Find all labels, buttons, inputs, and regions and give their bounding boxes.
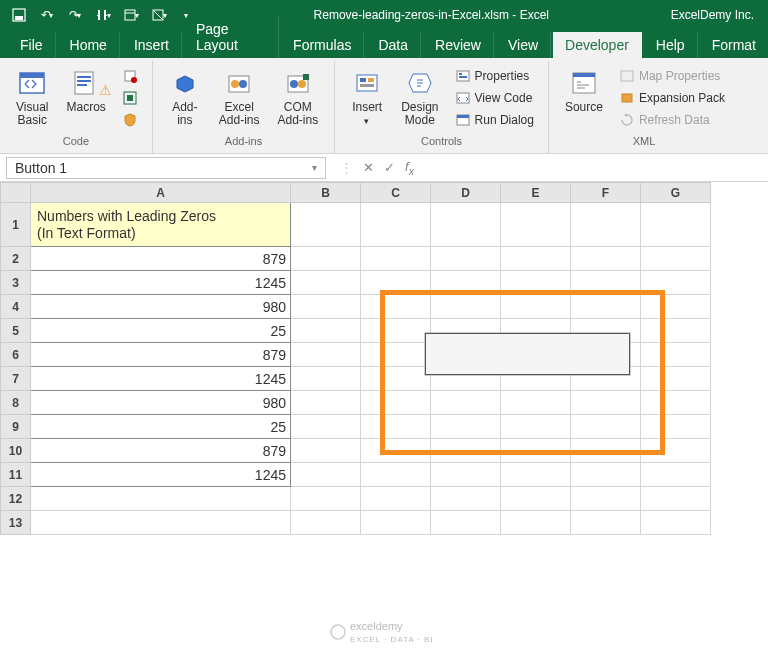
row-header-11[interactable]: 11 xyxy=(1,463,31,487)
cell-B5[interactable] xyxy=(291,319,361,343)
tab-format[interactable]: Format xyxy=(700,32,768,58)
view-code-button[interactable]: View Code xyxy=(451,87,538,109)
cell-C2[interactable] xyxy=(361,247,431,271)
visual-basic-button[interactable]: Visual Basic xyxy=(10,65,54,129)
row-header-12[interactable]: 12 xyxy=(1,487,31,511)
tab-view[interactable]: View xyxy=(496,32,551,58)
cell-B8[interactable] xyxy=(291,391,361,415)
cell-A3[interactable]: 1245 xyxy=(31,271,291,295)
cell-G12[interactable] xyxy=(641,487,711,511)
cell-F12[interactable] xyxy=(571,487,641,511)
cell-A13[interactable] xyxy=(31,511,291,535)
cell-D2[interactable] xyxy=(431,247,501,271)
row-header-1[interactable]: 1 xyxy=(1,203,31,247)
tab-formulas[interactable]: Formulas xyxy=(281,32,364,58)
cell-A7[interactable]: 1245 xyxy=(31,367,291,391)
name-box[interactable]: Button 1 ▾ xyxy=(6,157,326,179)
cell-F11[interactable] xyxy=(571,463,641,487)
cell-G11[interactable] xyxy=(641,463,711,487)
cell-A2[interactable]: 879 xyxy=(31,247,291,271)
cell-B7[interactable] xyxy=(291,367,361,391)
row-header-8[interactable]: 8 xyxy=(1,391,31,415)
cell-B3[interactable] xyxy=(291,271,361,295)
cell-A5[interactable]: 25 xyxy=(31,319,291,343)
col-header-E[interactable]: E xyxy=(501,183,571,203)
row-header-4[interactable]: 4 xyxy=(1,295,31,319)
cell-A10[interactable]: 879 xyxy=(31,439,291,463)
insert-control-button[interactable]: Insert ▾ xyxy=(345,65,389,128)
cell-G1[interactable] xyxy=(641,203,711,247)
save-icon[interactable] xyxy=(8,4,30,26)
cell-A6[interactable]: 879 xyxy=(31,343,291,367)
cell-A11[interactable]: 1245 xyxy=(31,463,291,487)
name-box-dropdown-icon[interactable]: ▾ xyxy=(305,162,317,173)
touch-mode-icon[interactable]: ▾ xyxy=(92,4,114,26)
record-macro-button[interactable] xyxy=(118,65,142,87)
refresh-data-button[interactable]: Refresh Data xyxy=(615,109,729,131)
cell-E11[interactable] xyxy=(501,463,571,487)
cell-C12[interactable] xyxy=(361,487,431,511)
row-header-13[interactable]: 13 xyxy=(1,511,31,535)
tab-developer[interactable]: Developer xyxy=(553,32,642,58)
select-all-corner[interactable] xyxy=(1,183,31,203)
macros-button[interactable]: ⚠ Macros xyxy=(60,65,111,116)
run-dialog-button[interactable]: Run Dialog xyxy=(451,109,538,131)
com-addins-button[interactable]: COM Add-ins xyxy=(272,65,325,129)
cell-B10[interactable] xyxy=(291,439,361,463)
col-header-D[interactable]: D xyxy=(431,183,501,203)
cell-A9[interactable]: 25 xyxy=(31,415,291,439)
cell-G13[interactable] xyxy=(641,511,711,535)
tab-insert[interactable]: Insert xyxy=(122,32,182,58)
cell-B1[interactable] xyxy=(291,203,361,247)
row-header-3[interactable]: 3 xyxy=(1,271,31,295)
cell-B13[interactable] xyxy=(291,511,361,535)
qat-icon-5[interactable]: ▾ xyxy=(120,4,142,26)
cell-D13[interactable] xyxy=(431,511,501,535)
enter-icon[interactable]: ✓ xyxy=(384,160,395,175)
use-relative-refs-button[interactable] xyxy=(118,87,142,109)
cell-A12[interactable] xyxy=(31,487,291,511)
cell-C1[interactable] xyxy=(361,203,431,247)
form-control-button[interactable] xyxy=(425,333,630,375)
col-header-B[interactable]: B xyxy=(291,183,361,203)
addins-button[interactable]: Add- ins xyxy=(163,65,207,129)
row-header-9[interactable]: 9 xyxy=(1,415,31,439)
undo-icon[interactable]: ↶▾ xyxy=(36,4,58,26)
tab-home[interactable]: Home xyxy=(58,32,120,58)
expansion-packs-button[interactable]: Expansion Pack xyxy=(615,87,729,109)
tab-data[interactable]: Data xyxy=(366,32,421,58)
cell-E1[interactable] xyxy=(501,203,571,247)
cell-B12[interactable] xyxy=(291,487,361,511)
cell-A4[interactable]: 980 xyxy=(31,295,291,319)
cell-F13[interactable] xyxy=(571,511,641,535)
cell-E13[interactable] xyxy=(501,511,571,535)
cell-G2[interactable] xyxy=(641,247,711,271)
fx-icon[interactable]: fx xyxy=(405,159,414,177)
map-properties-button[interactable]: Map Properties xyxy=(615,65,729,87)
col-header-C[interactable]: C xyxy=(361,183,431,203)
cancel-icon[interactable]: ✕ xyxy=(363,160,374,175)
col-header-F[interactable]: F xyxy=(571,183,641,203)
cell-B2[interactable] xyxy=(291,247,361,271)
cell-D12[interactable] xyxy=(431,487,501,511)
row-header-2[interactable]: 2 xyxy=(1,247,31,271)
cell-B6[interactable] xyxy=(291,343,361,367)
cell-B9[interactable] xyxy=(291,415,361,439)
cell-E2[interactable] xyxy=(501,247,571,271)
cell-C11[interactable] xyxy=(361,463,431,487)
row-header-5[interactable]: 5 xyxy=(1,319,31,343)
cell-D11[interactable] xyxy=(431,463,501,487)
redo-icon[interactable]: ↷▾ xyxy=(64,4,86,26)
cell-B11[interactable] xyxy=(291,463,361,487)
cell-A1[interactable]: Numbers with Leading Zeros(In Text Forma… xyxy=(31,203,291,247)
cell-F1[interactable] xyxy=(571,203,641,247)
cell-C13[interactable] xyxy=(361,511,431,535)
col-header-G[interactable]: G xyxy=(641,183,711,203)
row-header-10[interactable]: 10 xyxy=(1,439,31,463)
cell-F2[interactable] xyxy=(571,247,641,271)
design-mode-button[interactable]: Design Mode xyxy=(395,65,444,129)
tab-file[interactable]: File xyxy=(8,32,56,58)
row-header-7[interactable]: 7 xyxy=(1,367,31,391)
source-button[interactable]: Source xyxy=(559,65,609,116)
cell-D1[interactable] xyxy=(431,203,501,247)
